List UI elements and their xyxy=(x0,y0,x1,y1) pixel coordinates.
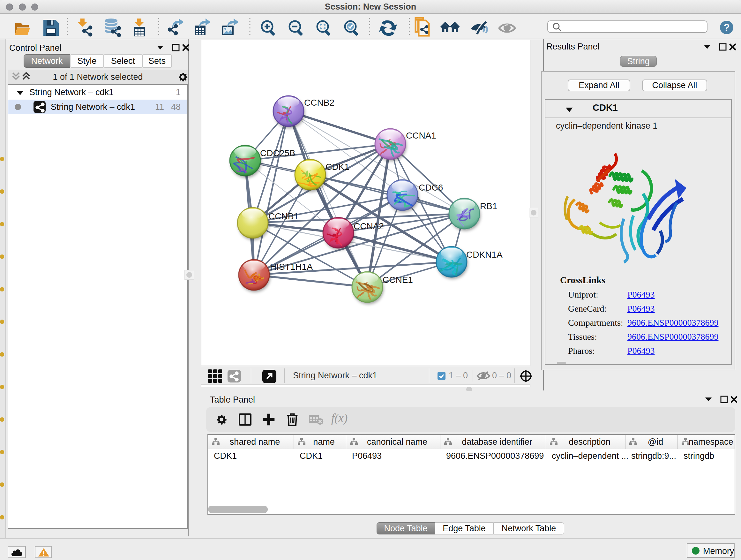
svg-text:CCNA2: CCNA2 xyxy=(354,221,384,231)
svg-text:HIST1H1A: HIST1H1A xyxy=(270,262,313,272)
svg-text:CCNE1: CCNE1 xyxy=(383,275,413,285)
svg-text:CCNB2: CCNB2 xyxy=(304,98,334,108)
svg-text:CDK1: CDK1 xyxy=(326,162,349,172)
svg-text:CDC25B: CDC25B xyxy=(260,148,295,158)
svg-text:CCNA1: CCNA1 xyxy=(406,131,436,140)
svg-text:CCNB1: CCNB1 xyxy=(268,211,299,221)
svg-text:CDKN1A: CDKN1A xyxy=(466,250,502,260)
svg-text:RB1: RB1 xyxy=(480,201,497,211)
svg-text:CDC6: CDC6 xyxy=(419,183,443,192)
